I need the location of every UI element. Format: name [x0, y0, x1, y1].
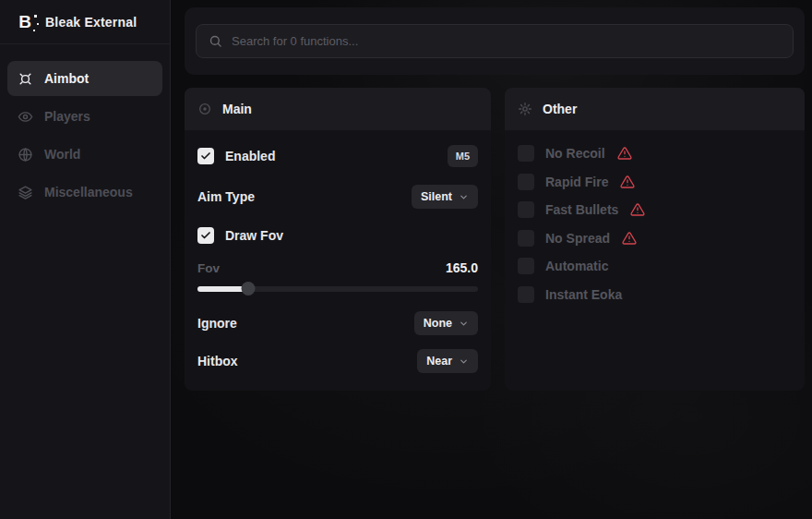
panel-other-header: Other	[505, 88, 805, 130]
hitbox-dropdown[interactable]: Near	[417, 349, 478, 373]
no-recoil-label: No Recoil	[545, 146, 605, 161]
ignore-label: Ignore	[197, 316, 237, 331]
draw-fov-label: Draw Fov	[225, 228, 283, 243]
eye-icon	[18, 109, 33, 125]
layers-icon	[18, 185, 33, 200]
warning-icon	[617, 146, 632, 161]
aim-type-row: Aim Type Silent	[197, 185, 478, 209]
sidebar-item-miscellaneous[interactable]: Miscellaneous	[7, 175, 162, 210]
panel-main: Main Enabled M5 Aim Type	[185, 88, 491, 391]
gear-icon	[518, 102, 532, 116]
slider-thumb[interactable]	[241, 282, 255, 296]
crosshair-icon	[18, 71, 33, 87]
draw-fov-checkbox[interactable]	[197, 227, 214, 244]
check-icon	[200, 151, 211, 162]
fov-label: Fov	[197, 261, 220, 275]
no-recoil-row: No Recoil	[518, 139, 792, 168]
sidebar-nav: Aimbot Players World Miscellaneous	[0, 44, 170, 226]
ignore-value: None	[424, 317, 452, 330]
search-placeholder: Search for 0 functions...	[232, 34, 358, 48]
target-icon	[197, 102, 212, 116]
warning-icon	[620, 175, 635, 189]
panel-title: Main	[222, 102, 252, 116]
panel-main-header: Main	[185, 88, 491, 130]
warning-icon	[622, 231, 637, 246]
enabled-checkbox[interactable]	[197, 148, 214, 164]
enabled-label: Enabled	[225, 149, 275, 163]
keybind-button[interactable]: M5	[448, 145, 478, 167]
draw-fov-row: Draw Fov	[197, 227, 478, 244]
fast-bullets-row: Fast Bullets	[518, 196, 792, 224]
no-spread-row: No Spread	[518, 224, 792, 253]
search-input[interactable]: Search for 0 functions...	[196, 24, 794, 58]
app-logo-icon: B	[15, 12, 35, 32]
aim-type-value: Silent	[421, 190, 452, 203]
sidebar-item-label: World	[44, 147, 80, 162]
sidebar-item-aimbot[interactable]: Aimbot	[7, 61, 162, 96]
fov-row: Fov 165.0	[197, 260, 478, 275]
chevron-down-icon	[459, 356, 469, 367]
logo-letter: B	[18, 12, 31, 32]
hitbox-label: Hitbox	[197, 354, 238, 368]
hitbox-row: Hitbox Near	[197, 349, 478, 373]
rapid-fire-checkbox[interactable]	[518, 174, 534, 190]
fast-bullets-checkbox[interactable]	[518, 201, 534, 218]
sidebar-item-label: Players	[44, 109, 90, 124]
chevron-down-icon	[459, 319, 469, 329]
no-recoil-checkbox[interactable]	[518, 145, 534, 162]
automatic-checkbox[interactable]	[518, 258, 534, 274]
aim-type-label: Aim Type	[197, 189, 255, 204]
sidebar: B Bleak External Aimbot Players World	[0, 0, 171, 519]
globe-icon	[18, 147, 33, 163]
sidebar-item-label: Miscellaneous	[44, 185, 133, 199]
brand: B Bleak External	[0, 0, 170, 44]
aim-type-dropdown[interactable]: Silent	[412, 185, 478, 209]
sidebar-item-label: Aimbot	[44, 71, 89, 86]
instant-eoka-checkbox[interactable]	[518, 286, 534, 303]
hitbox-value: Near	[426, 355, 452, 368]
rapid-fire-row: Rapid Fire	[518, 168, 792, 197]
sidebar-item-world[interactable]: World	[7, 137, 162, 172]
panel-title: Other	[543, 102, 577, 116]
no-spread-label: No Spread	[545, 231, 610, 246]
instant-eoka-label: Instant Eoka	[545, 287, 622, 302]
automatic-row: Automatic	[518, 252, 792, 281]
fov-slider[interactable]	[197, 282, 478, 296]
content-area: Search for 0 functions... Main	[171, 0, 812, 519]
check-icon	[200, 230, 211, 241]
no-spread-checkbox[interactable]	[518, 230, 534, 247]
app-title: Bleak External	[45, 15, 137, 30]
search-panel: Search for 0 functions...	[185, 7, 805, 75]
warning-icon	[630, 202, 645, 217]
instant-eoka-row: Instant Eoka	[518, 281, 792, 309]
ignore-dropdown[interactable]: None	[414, 311, 478, 335]
search-icon	[209, 34, 222, 48]
fast-bullets-label: Fast Bullets	[545, 202, 618, 217]
ignore-row: Ignore None	[197, 311, 478, 335]
sidebar-item-players[interactable]: Players	[7, 99, 162, 134]
enabled-row: Enabled M5	[197, 145, 478, 167]
automatic-label: Automatic	[545, 259, 608, 273]
rapid-fire-label: Rapid Fire	[545, 175, 608, 189]
fov-value: 165.0	[446, 260, 478, 275]
panel-other: Other No Recoil Rapid Fire	[505, 88, 805, 391]
chevron-down-icon	[459, 192, 469, 202]
